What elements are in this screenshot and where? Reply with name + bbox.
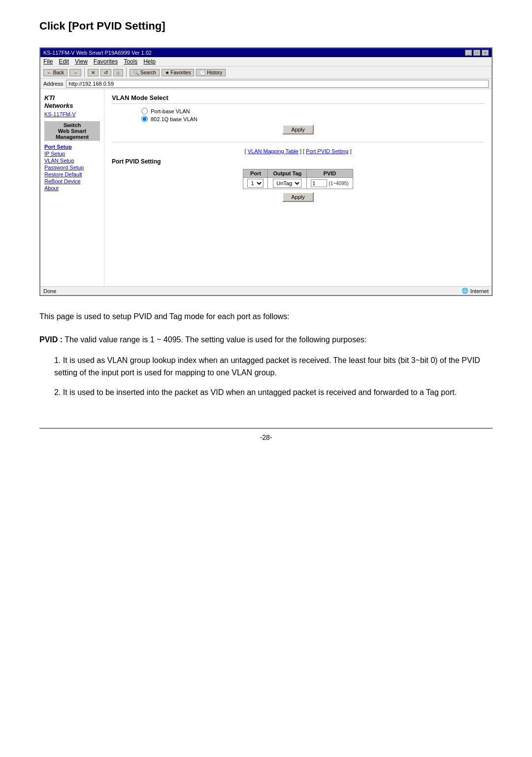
sidebar-reboot-device[interactable]: ReBoot Device [44,178,100,184]
port-pvid-apply-button[interactable]: Apply [282,192,314,202]
toolbar-separator-2 [126,68,127,77]
page-footer: -28- [39,428,493,441]
vlan-mode-section: VLAN Mode Select Port-base VLAN 802.1Q b… [112,94,484,142]
col-header-pvid: PVID [307,169,353,178]
port-pvid-table: Port Output Tag PVID 1 [243,169,353,189]
vlan-links-row: [ VLAN Mapping Table ] [ Port PVID Setti… [112,148,484,154]
port-pvid-section: Port PVID Setting Port Output Tag PVID [112,158,484,202]
history-button[interactable]: 🕐 History [196,69,226,76]
vlan-mode-apply-button[interactable]: Apply [282,125,314,134]
menu-file[interactable]: File [43,58,53,65]
browser-menubar: File Edit View Favorites Tools Help [40,57,492,66]
address-bar-row: Address [40,79,492,89]
internet-icon: 🌐 [462,288,468,294]
output-tag-cell: UnTag Tag [268,178,307,189]
search-button[interactable]: 🔍 Search [130,69,159,76]
main-content-area: VLAN Mode Select Port-base VLAN 802.1Q b… [104,89,492,286]
description-list: 1. It is used as VLAN group lookup index… [39,354,493,399]
output-tag-select[interactable]: UnTag Tag [273,179,301,188]
brand-logo: KTI Networks [44,94,100,109]
statusbar-internet: 🌐 Internet [462,288,489,294]
toolbar-separator [84,68,85,77]
vlan-mapping-table-link[interactable]: VLAN Mapping Table [248,148,299,154]
list-item-1: 1. It is used as VLAN group lookup index… [39,354,493,379]
list-item-2: 2. It is used to be inserted into the pa… [39,386,493,399]
vlan-mode-title: VLAN Mode Select [112,94,484,104]
statusbar-done: Done [43,288,56,294]
sidebar-restore-default[interactable]: Restore Default [44,171,100,177]
intro-text: This page is used to setup PVID and Tag … [39,311,493,323]
menu-view[interactable]: View [75,58,88,65]
port-base-vlan-radio[interactable] [141,108,148,114]
port-base-vlan-row: Port-base VLAN [112,108,484,114]
address-input[interactable] [66,80,489,88]
sidebar-ip-setup[interactable]: IP Setup [44,151,100,157]
browser-toolbar: ← Back → ✕ ↺ ⌂ 🔍 Search ★ Favorites 🕐 Hi… [40,66,492,79]
stop-button[interactable]: ✕ [88,69,99,76]
vlan-mode-apply-row: Apply [112,125,484,134]
menu-help[interactable]: Help [143,58,156,65]
sidebar: KTI Networks KS-117FM-V SwitchWeb SmartM… [40,89,104,286]
refresh-button[interactable]: ↺ [100,69,111,76]
sidebar-model-link[interactable]: KS-117FM-V [44,111,100,117]
favorites-button[interactable]: ★ Favorites [162,69,195,76]
sidebar-vlan-setup[interactable]: VLAN Setup [44,158,100,164]
dot1q-vlan-row: 802.1Q base VLAN [112,116,484,122]
sidebar-about[interactable]: About [44,185,100,191]
sidebar-section-label: SwitchWeb SmartManagement [44,121,100,141]
browser-window: KS-117FM-V Web Smart P19A6999 Ver 1.02 _… [39,47,493,296]
pvid-input[interactable] [311,179,327,187]
col-header-output-tag: Output Tag [268,169,307,178]
pvid-description: PVID : The valid value range is 1 ~ 4095… [39,333,493,346]
browser-statusbar: Done 🌐 Internet [40,286,492,295]
page-number: -28- [260,433,272,441]
col-header-port: Port [243,169,268,178]
port-select[interactable]: 1 [247,179,264,188]
pvid-range: (1~4095) [329,181,348,186]
close-button[interactable]: × [482,50,489,56]
port-cell: 1 [243,178,268,189]
table-row: 1 UnTag Tag [243,178,353,189]
port-base-vlan-label: Port-base VLAN [151,108,190,114]
menu-tools[interactable]: Tools [124,58,137,65]
minimize-button[interactable]: _ [465,50,472,56]
back-button[interactable]: ← Back [43,69,67,76]
port-pvid-title: Port PVID Setting [112,158,484,165]
titlebar-buttons: _ □ × [465,50,489,56]
sidebar-port-setup[interactable]: Port Setup [44,144,100,150]
dot1q-vlan-label: 802.1Q base VLAN [151,116,198,122]
dot1q-vlan-radio[interactable] [141,116,148,122]
sidebar-password-setup[interactable]: Password Setup [44,165,100,170]
browser-content: KTI Networks KS-117FM-V SwitchWeb SmartM… [40,89,492,286]
menu-edit[interactable]: Edit [59,58,69,65]
browser-titlebar: KS-117FM-V Web Smart P19A6999 Ver 1.02 _… [40,48,492,57]
forward-button[interactable]: → [69,69,81,76]
address-label: Address [43,81,63,87]
pvid-cell: (1~4095) [307,178,353,189]
menu-favorites[interactable]: Favorites [94,58,118,65]
browser-title: KS-117FM-V Web Smart P19A6999 Ver 1.02 [43,50,152,56]
pvid-text: The valid value range is 1 ~ 4095. The s… [65,335,366,344]
maximize-button[interactable]: □ [473,50,480,56]
port-pvid-setting-link[interactable]: Port PVID Setting [306,148,348,154]
pvid-label: PVID : [39,335,63,344]
port-pvid-apply-row: Apply [112,192,484,202]
home-button[interactable]: ⌂ [113,69,123,76]
page-title: Click [Port PVID Setting] [39,20,493,33]
statusbar-internet-label: Internet [470,288,489,294]
